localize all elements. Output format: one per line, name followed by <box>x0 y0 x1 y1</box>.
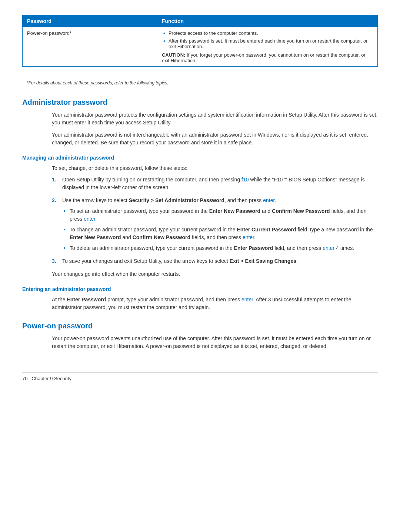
step-1-link: f10 <box>241 177 249 183</box>
sub1-bold1: Enter New Password <box>209 208 261 214</box>
sub3-after: 4 times. <box>334 245 354 251</box>
power-on-heading: Power-on password <box>22 322 378 330</box>
entering-bold1: Enter Password <box>67 297 106 302</box>
entering-para: At the Enter Password prompt, type your … <box>52 296 378 311</box>
table-cell-function: Protects access to the computer contents… <box>157 27 378 67</box>
entering-text-before: At the <box>52 297 67 302</box>
function-list: Protects access to the computer contents… <box>162 30 373 49</box>
admin-password-para1: Your administrator password protects the… <box>52 111 378 127</box>
step-3-bold: Exit > Exit Saving Changes <box>230 258 296 264</box>
step-1-text-before: Open Setup Utility by turning on or rest… <box>62 177 241 183</box>
sub2-mid: field, type a new password in the <box>296 227 373 232</box>
step-2-sub-list: To set an administrator password, type y… <box>62 207 378 252</box>
function-item-2: After this password is set, it must be e… <box>162 38 373 49</box>
sub2-final: . <box>254 234 256 240</box>
sub3-link: enter <box>323 245 334 251</box>
sub1-bold2: Confirm New Password <box>272 208 330 214</box>
sub3-mid: field, and then press <box>273 245 323 251</box>
sub2-link: enter <box>243 234 254 240</box>
sub-item-1: To set an administrator password, type y… <box>62 207 378 223</box>
managing-heading: Managing an administrator password <box>22 155 378 161</box>
step-1: 1. Open Setup Utility by turning on or r… <box>52 176 378 191</box>
caution-body: If you forget your power-on password, yo… <box>162 52 366 63</box>
table-row: Power-on password* Protects access to th… <box>23 27 378 67</box>
password-table: Password Function Power-on password* Pro… <box>22 15 378 67</box>
step-2-bold: Security > Set Administrator Password <box>129 197 224 203</box>
step-3-num: 3. <box>52 257 56 265</box>
after-steps-text: Your changes go into effect when the com… <box>52 270 378 278</box>
table-cell-password: Power-on password* <box>23 27 157 67</box>
caution-block: CAUTION: If you forget your power-on pas… <box>162 52 373 63</box>
step-3-text-after: . <box>296 258 298 264</box>
sub1-end: . <box>95 216 97 222</box>
step-2-link: enter <box>263 197 274 203</box>
sub1-before: To set an administrator password, type y… <box>70 208 209 214</box>
power-on-para: Your power-on password prevents unauthor… <box>52 335 378 350</box>
step-2-num: 2. <box>52 197 56 204</box>
sub1-link: enter <box>84 216 95 222</box>
step-3: 3. To save your changes and exit Setup U… <box>52 257 378 265</box>
table-footer: *For details about each of these passwor… <box>22 78 378 88</box>
admin-password-heading: Administrator password <box>22 98 378 107</box>
entering-link: enter <box>241 297 253 302</box>
entering-heading: Entering an administrator password <box>22 286 378 292</box>
sub3-before: To delete an administrator password, typ… <box>70 245 234 251</box>
sub2-before: To change an administrator password, typ… <box>70 227 237 232</box>
steps-list: 1. Open Setup Utility by turning on or r… <box>52 176 378 265</box>
sub2-bold2: Enter New Password <box>70 234 121 240</box>
step-2-text-after: . <box>274 197 276 203</box>
sub2-end: fields, and then press <box>190 234 243 240</box>
step-2-text-mid: , and then press <box>224 197 263 203</box>
sub-item-2: To change an administrator password, typ… <box>62 226 378 241</box>
chapter-label: Chapter 9 Security <box>31 376 71 381</box>
step-3-text-before: To save your changes and exit Setup Util… <box>62 258 230 264</box>
table-col2-header: Function <box>157 15 378 27</box>
managing-intro: To set, change, or delete this password,… <box>52 164 378 172</box>
entering-text-mid: prompt, type your administrator password… <box>106 297 241 302</box>
sub3-bold1: Enter Password <box>234 245 273 251</box>
step-1-num: 1. <box>52 176 56 184</box>
sub2-after: and <box>121 234 133 240</box>
sub2-bold1: Enter Current Password <box>237 227 296 232</box>
step-2-text-before: Use the arrow keys to select <box>62 197 129 203</box>
function-item-1: Protects access to the computer contents… <box>162 30 373 36</box>
sub2-bold3: Confirm New Password <box>133 234 190 240</box>
page-footer: 70 Chapter 9 Security <box>22 372 378 381</box>
page-num: 70 <box>22 376 27 381</box>
admin-password-para2: Your administrator password is not inter… <box>52 131 378 147</box>
table-col1-header: Password <box>23 15 157 27</box>
caution-label: CAUTION: <box>162 52 186 58</box>
step-2: 2. Use the arrow keys to select Security… <box>52 197 378 252</box>
sub-item-3: To delete an administrator password, typ… <box>62 244 378 252</box>
sub1-mid: and <box>260 208 272 214</box>
